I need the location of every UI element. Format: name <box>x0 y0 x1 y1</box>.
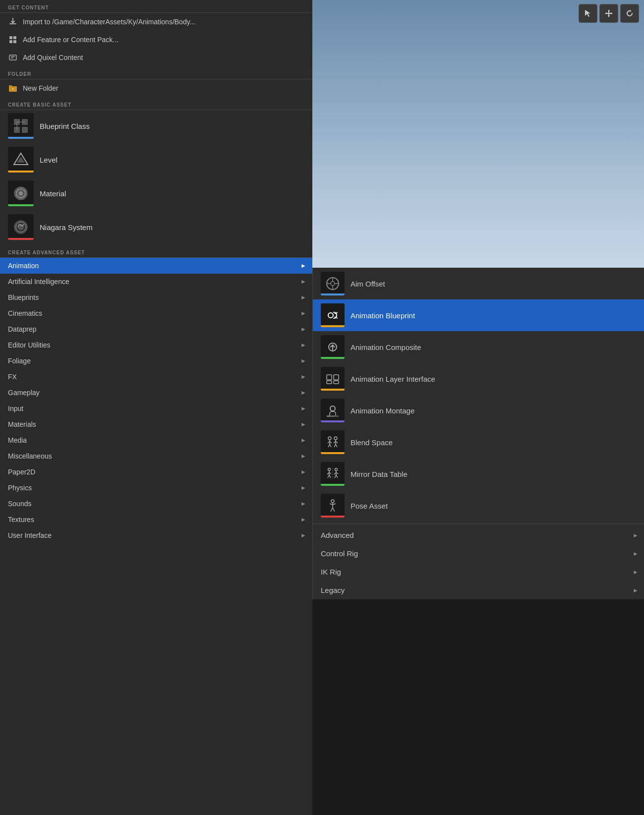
svg-marker-2 <box>608 9 610 11</box>
svg-line-54 <box>328 444 330 447</box>
anim-blueprint-icon <box>321 303 345 327</box>
refresh-button[interactable] <box>620 4 639 23</box>
gameplay-label: Gameplay <box>8 389 40 397</box>
svg-line-77 <box>330 504 333 505</box>
ik-rig-footer-item[interactable]: IK Rig ► <box>313 563 644 581</box>
ik-rig-chevron: ► <box>633 569 639 576</box>
anim-composite-item[interactable]: Animation Composite <box>313 331 644 363</box>
new-folder-label: New Folder <box>23 84 59 92</box>
user-interface-menu-item[interactable]: User Interface ► <box>0 527 312 543</box>
feature-pack-menu-item[interactable]: Add Feature or Content Pack... <box>0 31 312 49</box>
level-item[interactable]: Level <box>0 144 312 177</box>
quixel-label: Add Quixel Content <box>23 54 83 61</box>
svg-rect-10 <box>9 40 12 43</box>
svg-rect-45 <box>334 381 339 384</box>
anim-blueprint-item[interactable]: Animation Blueprint <box>313 299 644 331</box>
material-item[interactable]: Material <box>0 177 312 211</box>
aim-offset-label: Aim Offset <box>351 280 385 288</box>
blend-space-label: Blend Space <box>351 438 393 447</box>
gameplay-chevron: ► <box>300 389 306 396</box>
physics-menu-item[interactable]: Physics ► <box>0 480 312 496</box>
dataprep-menu-item[interactable]: Dataprep ► <box>0 321 312 337</box>
blueprint-icon-wrap <box>8 113 34 139</box>
cinematics-chevron: ► <box>300 310 306 317</box>
advanced-label: Advanced <box>321 531 354 539</box>
gameplay-menu-item[interactable]: Gameplay ► <box>0 385 312 401</box>
anim-layer-bar <box>321 389 345 391</box>
ai-label: Artificial Intelligence <box>8 278 69 286</box>
aim-offset-bar <box>321 293 345 295</box>
sky-background <box>312 0 644 273</box>
anim-layer-item[interactable]: Animation Layer Interface <box>313 363 644 395</box>
import-label: Import to /Game/CharacterAssets/Ky/Anima… <box>23 18 195 26</box>
textures-menu-item[interactable]: Textures ► <box>0 512 312 527</box>
anim-montage-icon <box>321 399 345 422</box>
pose-asset-item[interactable]: Pose Asset <box>313 490 644 522</box>
svg-line-55 <box>330 444 331 447</box>
svg-marker-6 <box>630 10 632 12</box>
folder-label: FOLDER <box>0 66 312 79</box>
svg-rect-9 <box>13 36 16 39</box>
legacy-footer-item[interactable]: Legacy ► <box>313 581 644 599</box>
anim-blueprint-label: Animation Blueprint <box>351 311 415 320</box>
svg-point-32 <box>331 282 335 286</box>
miscellaneous-menu-item[interactable]: Miscellaneous ► <box>0 448 312 464</box>
sounds-menu-item[interactable]: Sounds ► <box>0 496 312 512</box>
niagara-item[interactable]: Niagara System <box>0 211 312 245</box>
aim-offset-item[interactable]: Aim Offset <box>313 268 644 299</box>
move-tool-button[interactable] <box>599 4 618 23</box>
ai-menu-item[interactable]: Artificial Intelligence ► <box>0 274 312 290</box>
context-menu: GET CONTENT Import to /Game/CharacterAss… <box>0 0 312 815</box>
media-menu-item[interactable]: Media ► <box>0 432 312 448</box>
quixel-menu-item[interactable]: Add Quixel Content <box>0 49 312 66</box>
input-menu-item[interactable]: Input ► <box>0 401 312 416</box>
blueprints-menu-item[interactable]: Blueprints ► <box>0 290 312 305</box>
material-icon-bg <box>8 180 34 206</box>
quixel-icon <box>8 53 18 62</box>
control-rig-footer-item[interactable]: Control Rig ► <box>313 544 644 563</box>
materials-menu-item[interactable]: Materials ► <box>0 416 312 432</box>
svg-line-72 <box>335 475 336 478</box>
editor-utilities-menu-item[interactable]: Editor Utilities ► <box>0 337 312 353</box>
miscellaneous-label: Miscellaneous <box>8 452 52 460</box>
import-menu-item[interactable]: Import to /Game/CharacterAssets/Ky/Anima… <box>0 13 312 31</box>
textures-chevron: ► <box>300 516 306 523</box>
paper2d-menu-item[interactable]: Paper2D ► <box>0 464 312 480</box>
legacy-chevron: ► <box>633 587 639 594</box>
blueprint-class-item[interactable]: Blueprint Class <box>0 110 312 144</box>
niagara-label: Niagara System <box>40 223 93 232</box>
level-icon-bg <box>8 147 34 173</box>
svg-rect-8 <box>9 36 12 39</box>
foliage-menu-item[interactable]: Foliage ► <box>0 353 312 369</box>
material-label: Material <box>40 189 66 198</box>
animation-menu-item[interactable]: Animation ► <box>0 258 312 274</box>
anim-montage-item[interactable]: Animation Montage <box>313 395 644 426</box>
mirror-data-table-item[interactable]: Mirror Data Table <box>313 458 644 490</box>
ik-rig-label: IK Rig <box>321 568 341 576</box>
svg-line-61 <box>336 444 337 447</box>
niagara-icon-wrap <box>8 214 34 240</box>
foliage-label: Foliage <box>8 357 31 365</box>
advanced-footer-item[interactable]: Advanced ► <box>313 526 644 544</box>
level-icon-wrap <box>8 147 34 173</box>
anim-layer-label: Animation Layer Interface <box>351 375 435 383</box>
svg-point-62 <box>328 468 331 471</box>
svg-rect-49 <box>332 415 335 417</box>
svg-point-26 <box>19 191 23 195</box>
textures-label: Textures <box>8 516 34 524</box>
anim-composite-icon <box>321 335 345 359</box>
blend-space-item[interactable]: Blend Space <box>313 426 644 458</box>
miscellaneous-chevron: ► <box>300 453 306 460</box>
niagara-icon-bg <box>8 214 34 240</box>
niagara-bar <box>8 238 34 240</box>
svg-line-78 <box>333 504 336 505</box>
new-folder-menu-item[interactable]: + New Folder <box>0 79 312 97</box>
anim-montage-bar <box>321 420 345 422</box>
cursor-tool-button[interactable] <box>579 4 597 23</box>
fx-menu-item[interactable]: FX ► <box>0 369 312 385</box>
svg-point-46 <box>330 406 335 411</box>
cinematics-menu-item[interactable]: Cinematics ► <box>0 305 312 321</box>
material-icon-wrap <box>8 180 34 206</box>
blend-space-bar <box>321 452 345 454</box>
materials-label: Materials <box>8 420 36 428</box>
